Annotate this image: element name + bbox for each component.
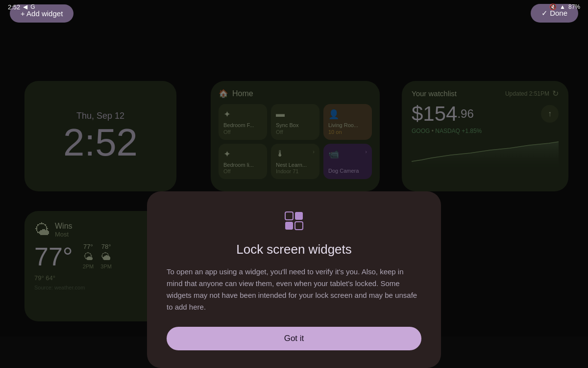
widgets-icon-svg xyxy=(284,211,304,231)
svg-rect-0 xyxy=(285,212,293,220)
status-bar: 2:52 ◀ G 🔇 ▲ 87% xyxy=(0,0,588,14)
svg-rect-1 xyxy=(295,212,303,220)
svg-rect-2 xyxy=(285,222,293,230)
mute-icon: 🔇 xyxy=(549,3,557,10)
battery-label: 87% xyxy=(568,3,580,10)
signal-icon: G xyxy=(30,3,35,10)
status-time: 2:52 xyxy=(8,3,20,11)
wifi-icon: ▲ xyxy=(560,3,565,10)
lock-screen-modal: Lock screen widgets To open an app using… xyxy=(147,191,441,368)
modal-body: To open an app using a widget, you'll ne… xyxy=(167,266,421,313)
status-left: 2:52 ◀ G xyxy=(8,3,35,11)
svg-rect-3 xyxy=(295,222,303,230)
location-icon: ◀ xyxy=(23,3,27,10)
modal-title: Lock screen widgets xyxy=(236,242,352,257)
modal-icon xyxy=(284,211,304,234)
got-it-button[interactable]: Got it xyxy=(167,327,421,350)
status-right: 🔇 ▲ 87% xyxy=(549,3,580,10)
